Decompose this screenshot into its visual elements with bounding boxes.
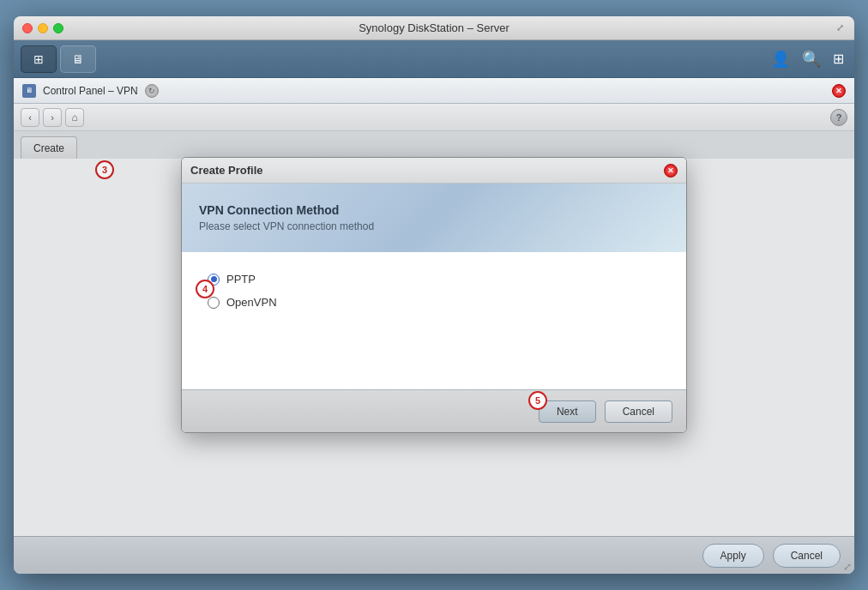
title-bar: Synology DiskStation – Server ⤢ bbox=[14, 16, 854, 40]
help-button[interactable]: ? bbox=[830, 109, 847, 126]
home-button[interactable]: ⌂ bbox=[65, 108, 84, 127]
dialog-hero-text: VPN Connection Method Please select VPN … bbox=[199, 203, 374, 232]
cp-icon-label: 🖥 bbox=[26, 87, 33, 94]
step-5-badge: 5 bbox=[528, 391, 547, 410]
control-panel-header: 🖥 Control Panel – VPN ↻ ✕ bbox=[14, 78, 854, 104]
main-content: 3 Create Create Profile ✕ bbox=[14, 131, 854, 574]
user-icon[interactable]: 👤 bbox=[768, 46, 793, 72]
cp-icon: 🖥 bbox=[22, 84, 36, 98]
app-switcher-button[interactable]: ⊞ bbox=[21, 45, 57, 73]
toolbar-right: 👤 🔍 ⊞ bbox=[768, 46, 847, 72]
dialog-hero-title: VPN Connection Method bbox=[199, 203, 374, 217]
help-icon: ? bbox=[836, 112, 842, 123]
cp-close-button[interactable]: ✕ bbox=[832, 84, 846, 98]
resize-handle[interactable]: ⤢ bbox=[841, 560, 854, 574]
create-profile-dialog: Create Profile ✕ VPN Connection Method P… bbox=[181, 157, 687, 433]
openvpn-radio[interactable] bbox=[208, 297, 220, 309]
maximize-button[interactable] bbox=[53, 23, 63, 33]
openvpn-option[interactable]: OpenVPN bbox=[208, 296, 660, 309]
home-icon: ⌂ bbox=[71, 111, 77, 123]
back-icon: ‹ bbox=[28, 112, 32, 123]
openvpn-label: OpenVPN bbox=[226, 296, 277, 309]
grid-icon: ⊞ bbox=[33, 52, 44, 66]
apply-button[interactable]: Apply bbox=[702, 544, 764, 568]
cancel-button[interactable]: Cancel bbox=[773, 544, 841, 568]
pptp-label: PPTP bbox=[226, 273, 256, 286]
dialog-header: Create Profile ✕ bbox=[182, 158, 686, 184]
bottom-bar: Apply Cancel bbox=[14, 536, 854, 574]
pptp-option[interactable]: 4 PPTP bbox=[208, 273, 660, 286]
dialog-cancel-button[interactable]: Cancel bbox=[605, 400, 672, 423]
desktop-button[interactable]: 🖥 bbox=[60, 45, 96, 73]
nav-bar: ‹ › ⌂ ? bbox=[14, 104, 854, 131]
minimize-button[interactable] bbox=[38, 23, 48, 33]
next-btn-wrapper: 5 Next bbox=[539, 400, 596, 423]
close-button[interactable] bbox=[22, 23, 33, 33]
top-toolbar: ⊞ 🖥 👤 🔍 ⊞ bbox=[14, 40, 854, 78]
dialog-hero-subtitle: Please select VPN connection method bbox=[199, 220, 374, 232]
dialog-overlay: Create Profile ✕ VPN Connection Method P… bbox=[14, 131, 854, 536]
traffic-lights bbox=[22, 23, 63, 33]
content-panel: 3 Create Create Profile ✕ bbox=[14, 131, 854, 536]
dialog-hero: VPN Connection Method Please select VPN … bbox=[182, 184, 686, 252]
window-title: Synology DiskStation – Server bbox=[359, 21, 509, 34]
dialog-footer: 5 Next Cancel bbox=[182, 389, 686, 432]
grid-view-icon[interactable]: ⊞ bbox=[829, 47, 847, 70]
pptp-radio-dot bbox=[211, 276, 217, 282]
resize-icon: ⤢ bbox=[834, 22, 846, 34]
cp-refresh-button[interactable]: ↻ bbox=[145, 84, 159, 98]
main-window: Synology DiskStation – Server ⤢ ⊞ 🖥 👤 🔍 … bbox=[14, 16, 854, 574]
search-icon[interactable]: 🔍 bbox=[799, 46, 824, 72]
step-4-badge: 4 bbox=[196, 280, 214, 298]
back-button[interactable]: ‹ bbox=[21, 108, 39, 127]
dialog-title: Create Profile bbox=[190, 164, 664, 177]
next-button[interactable]: Next bbox=[539, 400, 596, 423]
dialog-body: 4 PPTP OpenVPN bbox=[182, 252, 686, 389]
dialog-close-button[interactable]: ✕ bbox=[664, 164, 678, 178]
forward-button[interactable]: › bbox=[43, 108, 62, 127]
monitor-icon: 🖥 bbox=[72, 52, 84, 66]
forward-icon: › bbox=[51, 112, 54, 123]
cp-title: Control Panel – VPN bbox=[43, 85, 138, 97]
